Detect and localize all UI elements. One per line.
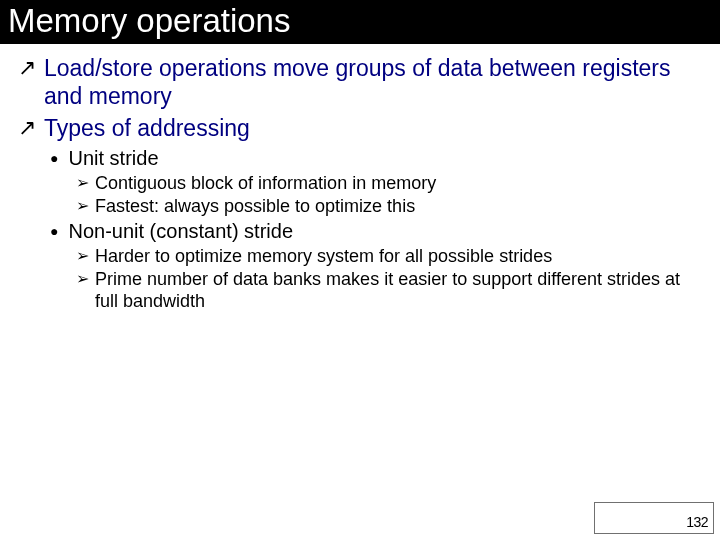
chevron-icon: ➢ (76, 245, 89, 267)
bullet-level3: ➢ Prime number of data banks makes it ea… (76, 268, 702, 312)
arrow-icon: ↗ (18, 54, 36, 82)
bullet-level1: ↗ Load/store operations move groups of d… (18, 54, 702, 110)
bullet-text: Non-unit (constant) stride (68, 219, 293, 243)
dot-icon: ● (50, 146, 58, 170)
bullet-text: Contiguous block of information in memor… (95, 172, 436, 194)
bullet-text: Harder to optimize memory system for all… (95, 245, 552, 267)
bullet-level3: ➢ Fastest: always possible to optimize t… (76, 195, 702, 217)
bullet-text: Fastest: always possible to optimize thi… (95, 195, 415, 217)
chevron-icon: ➢ (76, 195, 89, 217)
bullet-text: Types of addressing (44, 114, 250, 142)
bullet-text: Prime number of data banks makes it easi… (95, 268, 702, 312)
dot-icon: ● (50, 219, 58, 243)
bullet-level2: ● Unit stride (50, 146, 702, 170)
bullet-text: Unit stride (68, 146, 158, 170)
chevron-icon: ➢ (76, 172, 89, 194)
bullet-level3: ➢ Contiguous block of information in mem… (76, 172, 702, 194)
chevron-icon: ➢ (76, 268, 89, 290)
arrow-icon: ↗ (18, 114, 36, 142)
slide-content: ↗ Load/store operations move groups of d… (0, 44, 720, 312)
bullet-level2: ● Non-unit (constant) stride (50, 219, 702, 243)
bullet-level1: ↗ Types of addressing (18, 114, 702, 142)
slide-title-bar: Memory operations (0, 0, 720, 44)
page-number: 132 (686, 514, 708, 530)
bullet-text: Load/store operations move groups of dat… (44, 54, 702, 110)
bullet-level3: ➢ Harder to optimize memory system for a… (76, 245, 702, 267)
slide-title: Memory operations (8, 2, 290, 39)
